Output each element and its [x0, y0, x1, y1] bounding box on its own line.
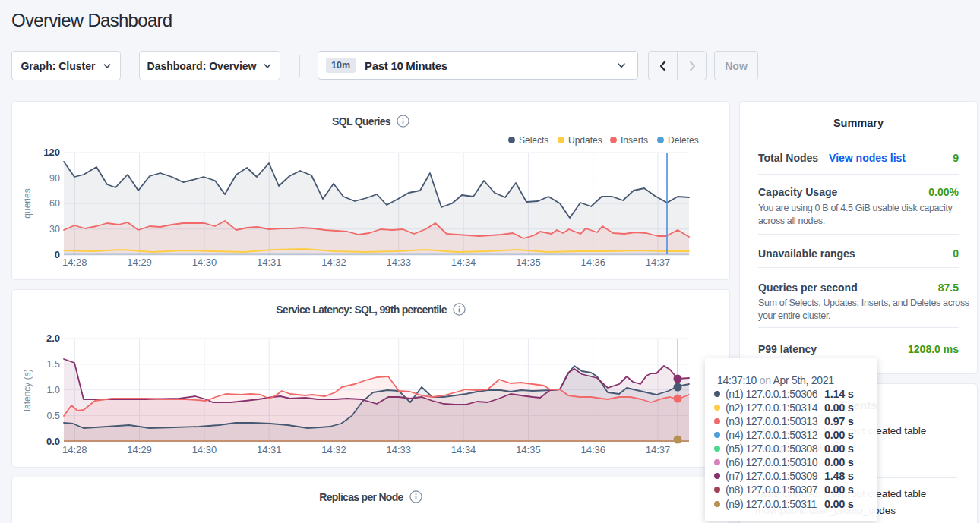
- svg-text:14:34: 14:34: [451, 444, 476, 455]
- svg-text:14:28: 14:28: [62, 257, 87, 268]
- svg-text:14:29: 14:29: [127, 444, 152, 455]
- svg-text:120: 120: [43, 147, 60, 158]
- svg-text:30: 30: [49, 224, 60, 235]
- svg-text:14:31: 14:31: [257, 257, 282, 268]
- svg-text:14:33: 14:33: [387, 257, 412, 268]
- svg-text:14:28: 14:28: [62, 444, 87, 455]
- svg-text:14:37: 14:37: [646, 257, 671, 268]
- svg-text:14:36: 14:36: [580, 257, 605, 268]
- svg-text:14:30: 14:30: [192, 257, 217, 268]
- svg-text:1.0: 1.0: [47, 385, 60, 395]
- svg-text:14:37: 14:37: [646, 444, 671, 455]
- svg-text:14:34: 14:34: [451, 257, 476, 268]
- svg-text:2.0: 2.0: [46, 332, 60, 344]
- svg-text:60: 60: [49, 198, 60, 209]
- svg-text:14:30: 14:30: [192, 444, 217, 455]
- svg-text:0: 0: [55, 249, 60, 260]
- svg-text:14:35: 14:35: [516, 444, 541, 455]
- svg-text:14:35: 14:35: [516, 257, 541, 268]
- svg-text:14:31: 14:31: [257, 444, 282, 455]
- svg-text:14:36: 14:36: [580, 444, 605, 455]
- svg-text:14:32: 14:32: [321, 444, 346, 455]
- svg-text:latency (s): latency (s): [22, 369, 33, 411]
- svg-text:14:29: 14:29: [127, 257, 152, 268]
- svg-text:0.0: 0.0: [46, 436, 60, 447]
- svg-text:1.5: 1.5: [47, 359, 60, 370]
- svg-text:14:32: 14:32: [321, 257, 346, 268]
- svg-text:0.5: 0.5: [47, 411, 60, 421]
- svg-text:queries: queries: [22, 188, 33, 218]
- svg-text:90: 90: [49, 173, 60, 184]
- svg-text:14:33: 14:33: [387, 444, 412, 455]
